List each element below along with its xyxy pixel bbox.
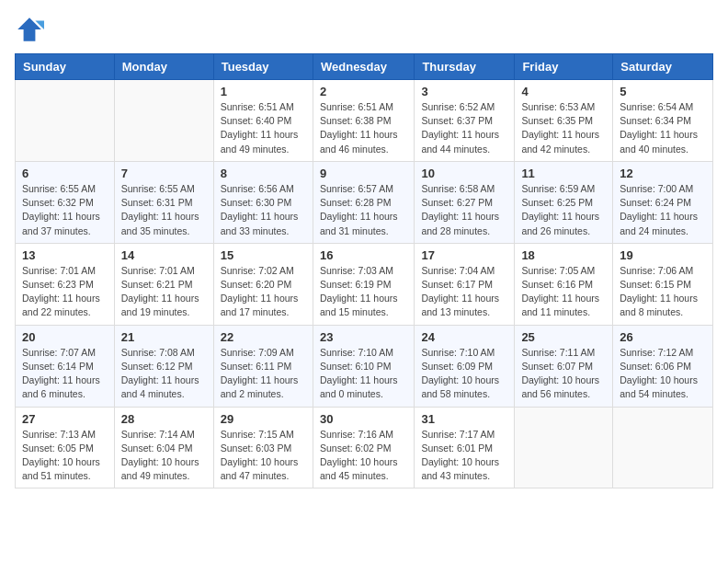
day-number: 17: [421, 248, 507, 262]
day-info: Sunrise: 6:56 AM Sunset: 6:30 PM Dayligh…: [221, 182, 306, 238]
calendar-cell: [515, 407, 613, 488]
day-info: Sunrise: 7:04 AM Sunset: 6:17 PM Dayligh…: [421, 264, 507, 320]
day-number: 19: [620, 248, 706, 262]
day-number: 20: [22, 330, 108, 344]
calendar-cell: 22Sunrise: 7:09 AM Sunset: 6:11 PM Dayli…: [213, 325, 313, 407]
calendar-cell: 30Sunrise: 7:16 AM Sunset: 6:02 PM Dayli…: [313, 407, 414, 488]
calendar-cell: 31Sunrise: 7:17 AM Sunset: 6:01 PM Dayli…: [415, 407, 515, 488]
day-number: 25: [521, 330, 606, 344]
logo-icon: [15, 15, 44, 44]
day-number: 21: [121, 330, 207, 344]
calendar-cell: 10Sunrise: 6:58 AM Sunset: 6:27 PM Dayli…: [415, 161, 515, 243]
calendar-week-row: 20Sunrise: 7:07 AM Sunset: 6:14 PM Dayli…: [16, 325, 713, 407]
calendar-cell: 18Sunrise: 7:05 AM Sunset: 6:16 PM Dayli…: [515, 243, 613, 325]
day-info: Sunrise: 7:00 AM Sunset: 6:24 PM Dayligh…: [620, 182, 706, 238]
day-number: 15: [221, 248, 306, 262]
day-info: Sunrise: 7:05 AM Sunset: 6:16 PM Dayligh…: [521, 264, 606, 320]
page-header: [15, 15, 713, 44]
day-info: Sunrise: 6:53 AM Sunset: 6:35 PM Dayligh…: [521, 100, 606, 156]
day-number: 26: [620, 330, 706, 344]
day-number: 8: [221, 167, 306, 180]
calendar-cell: 7Sunrise: 6:55 AM Sunset: 6:31 PM Daylig…: [114, 161, 213, 243]
day-number: 13: [22, 248, 108, 262]
weekday-header: Sunday: [16, 54, 115, 80]
weekday-header: Wednesday: [313, 54, 414, 80]
calendar-cell: [613, 407, 713, 488]
calendar-cell: 3Sunrise: 6:52 AM Sunset: 6:37 PM Daylig…: [415, 80, 515, 162]
calendar-cell: 8Sunrise: 6:56 AM Sunset: 6:30 PM Daylig…: [213, 161, 313, 243]
calendar-cell: 21Sunrise: 7:08 AM Sunset: 6:12 PM Dayli…: [114, 325, 213, 407]
calendar-week-row: 1Sunrise: 6:51 AM Sunset: 6:40 PM Daylig…: [16, 80, 713, 162]
calendar-cell: 24Sunrise: 7:10 AM Sunset: 6:09 PM Dayli…: [415, 325, 515, 407]
calendar-week-row: 27Sunrise: 7:13 AM Sunset: 6:05 PM Dayli…: [16, 407, 713, 488]
day-info: Sunrise: 7:12 AM Sunset: 6:06 PM Dayligh…: [620, 346, 706, 402]
calendar-header: SundayMondayTuesdayWednesdayThursdayFrid…: [16, 54, 713, 80]
weekday-header: Tuesday: [213, 54, 313, 80]
day-number: 16: [320, 248, 407, 262]
day-info: Sunrise: 6:58 AM Sunset: 6:27 PM Dayligh…: [421, 182, 507, 238]
calendar-cell: 23Sunrise: 7:10 AM Sunset: 6:10 PM Dayli…: [313, 325, 414, 407]
day-info: Sunrise: 6:57 AM Sunset: 6:28 PM Dayligh…: [320, 182, 407, 238]
day-number: 30: [320, 412, 407, 426]
day-info: Sunrise: 7:11 AM Sunset: 6:07 PM Dayligh…: [521, 346, 606, 402]
calendar-cell: 25Sunrise: 7:11 AM Sunset: 6:07 PM Dayli…: [515, 325, 613, 407]
day-number: 27: [22, 412, 108, 426]
day-number: 11: [521, 167, 606, 180]
day-info: Sunrise: 6:55 AM Sunset: 6:31 PM Dayligh…: [121, 182, 207, 238]
weekday-header: Thursday: [415, 54, 515, 80]
weekday-header: Monday: [114, 54, 213, 80]
day-number: 2: [320, 85, 407, 98]
day-number: 23: [320, 330, 407, 344]
day-info: Sunrise: 7:16 AM Sunset: 6:02 PM Dayligh…: [320, 428, 407, 484]
day-number: 28: [121, 412, 207, 426]
day-info: Sunrise: 7:15 AM Sunset: 6:03 PM Dayligh…: [221, 428, 306, 484]
day-info: Sunrise: 6:52 AM Sunset: 6:37 PM Dayligh…: [421, 100, 507, 156]
day-number: 12: [620, 167, 706, 180]
day-number: 29: [221, 412, 306, 426]
day-info: Sunrise: 7:13 AM Sunset: 6:05 PM Dayligh…: [22, 428, 108, 484]
calendar-week-row: 13Sunrise: 7:01 AM Sunset: 6:23 PM Dayli…: [16, 243, 713, 325]
day-number: 3: [421, 85, 507, 98]
calendar-week-row: 6Sunrise: 6:55 AM Sunset: 6:32 PM Daylig…: [16, 161, 713, 243]
calendar-cell: 1Sunrise: 6:51 AM Sunset: 6:40 PM Daylig…: [213, 80, 313, 162]
weekday-header: Saturday: [613, 54, 713, 80]
day-number: 6: [22, 167, 108, 180]
day-info: Sunrise: 7:10 AM Sunset: 6:09 PM Dayligh…: [421, 346, 507, 402]
calendar-cell: 12Sunrise: 7:00 AM Sunset: 6:24 PM Dayli…: [613, 161, 713, 243]
day-info: Sunrise: 6:51 AM Sunset: 6:38 PM Dayligh…: [320, 100, 407, 156]
calendar-cell: 28Sunrise: 7:14 AM Sunset: 6:04 PM Dayli…: [114, 407, 213, 488]
day-number: 24: [421, 330, 507, 344]
day-info: Sunrise: 7:07 AM Sunset: 6:14 PM Dayligh…: [22, 346, 108, 402]
day-number: 5: [620, 85, 706, 98]
logo: [15, 15, 50, 44]
day-number: 18: [521, 248, 606, 262]
day-info: Sunrise: 6:55 AM Sunset: 6:32 PM Dayligh…: [22, 182, 108, 238]
calendar-cell: 13Sunrise: 7:01 AM Sunset: 6:23 PM Dayli…: [16, 243, 115, 325]
day-number: 31: [421, 412, 507, 426]
calendar-cell: 5Sunrise: 6:54 AM Sunset: 6:34 PM Daylig…: [613, 80, 713, 162]
calendar-cell: 14Sunrise: 7:01 AM Sunset: 6:21 PM Dayli…: [114, 243, 213, 325]
calendar-cell: 20Sunrise: 7:07 AM Sunset: 6:14 PM Dayli…: [16, 325, 115, 407]
day-info: Sunrise: 6:59 AM Sunset: 6:25 PM Dayligh…: [521, 182, 606, 238]
calendar-cell: 2Sunrise: 6:51 AM Sunset: 6:38 PM Daylig…: [313, 80, 414, 162]
day-info: Sunrise: 7:01 AM Sunset: 6:23 PM Dayligh…: [22, 264, 108, 320]
calendar-cell: 26Sunrise: 7:12 AM Sunset: 6:06 PM Dayli…: [613, 325, 713, 407]
calendar-table: SundayMondayTuesdayWednesdayThursdayFrid…: [15, 53, 713, 488]
calendar-cell: [114, 80, 213, 162]
day-number: 7: [121, 167, 207, 180]
calendar-cell: [16, 80, 115, 162]
day-number: 22: [221, 330, 306, 344]
day-info: Sunrise: 7:17 AM Sunset: 6:01 PM Dayligh…: [421, 428, 507, 484]
day-info: Sunrise: 7:02 AM Sunset: 6:20 PM Dayligh…: [221, 264, 306, 320]
weekday-header: Friday: [515, 54, 613, 80]
day-number: 14: [121, 248, 207, 262]
day-info: Sunrise: 7:08 AM Sunset: 6:12 PM Dayligh…: [121, 346, 207, 402]
day-info: Sunrise: 7:14 AM Sunset: 6:04 PM Dayligh…: [121, 428, 207, 484]
day-info: Sunrise: 6:51 AM Sunset: 6:40 PM Dayligh…: [221, 100, 306, 156]
calendar-cell: 17Sunrise: 7:04 AM Sunset: 6:17 PM Dayli…: [415, 243, 515, 325]
day-info: Sunrise: 7:03 AM Sunset: 6:19 PM Dayligh…: [320, 264, 407, 320]
calendar-cell: 6Sunrise: 6:55 AM Sunset: 6:32 PM Daylig…: [16, 161, 115, 243]
day-number: 9: [320, 167, 407, 180]
calendar-cell: 9Sunrise: 6:57 AM Sunset: 6:28 PM Daylig…: [313, 161, 414, 243]
calendar-cell: 16Sunrise: 7:03 AM Sunset: 6:19 PM Dayli…: [313, 243, 414, 325]
